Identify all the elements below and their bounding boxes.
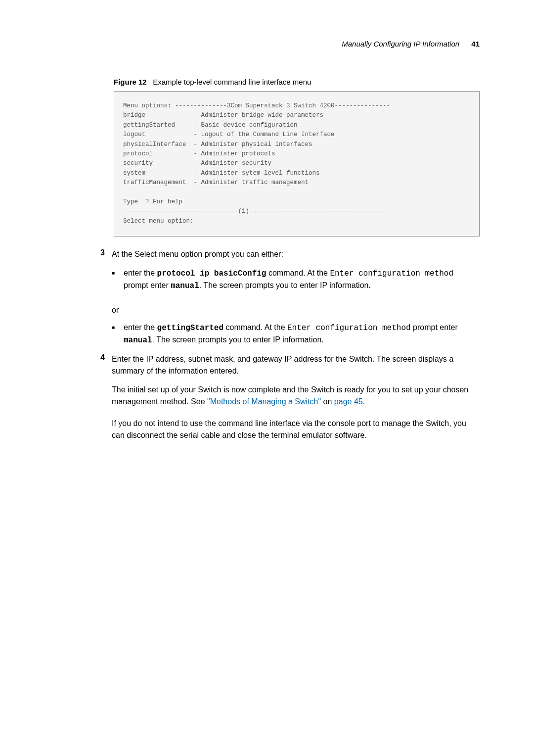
or-separator: or — [112, 306, 480, 315]
page-45-link[interactable]: page 45 — [334, 397, 363, 406]
text-fragment: prompt enter — [411, 323, 458, 331]
command-text: protocol ip basicConfig — [157, 269, 267, 278]
text-fragment: enter the — [124, 269, 157, 277]
page-header: Manually Configuring IP Information 41 — [89, 40, 480, 48]
header-title: Manually Configuring IP Information — [342, 40, 459, 48]
prompt-text: Enter configuration method — [330, 269, 453, 278]
closing-paragraph-2: If you do not intend to use the command … — [112, 418, 480, 441]
step-3-bullet-2: enter the gettingStarted command. At the… — [112, 322, 480, 346]
step-4: 4 Enter the IP address, subnet mask, and… — [89, 353, 480, 377]
figure-label: Figure 12 — [114, 78, 147, 86]
page-number: 41 — [471, 40, 480, 48]
text-fragment: . — [363, 397, 365, 406]
text-fragment: command. At the — [266, 269, 330, 277]
cli-example-code: Menu options: --------------3Com Superst… — [114, 91, 480, 236]
command-text: gettingStarted — [157, 324, 223, 332]
methods-link[interactable]: "Methods of Managing a Switch" — [207, 397, 321, 406]
figure-caption: Figure 12 Example top-level command line… — [114, 78, 480, 86]
command-text: manual — [171, 282, 199, 290]
text-fragment: command. At the — [223, 323, 287, 331]
text-fragment: on — [321, 397, 334, 406]
closing-paragraph-1: The initial set up of your Switch is now… — [112, 384, 480, 408]
text-fragment: . The screen prompts you to enter IP inf… — [152, 335, 324, 344]
step-4-number: 4 — [89, 353, 112, 377]
text-fragment: prompt enter — [124, 281, 171, 289]
step-4-text: Enter the IP address, subnet mask, and g… — [112, 353, 480, 377]
text-fragment: enter the — [124, 323, 157, 331]
step-3-bullet-1: enter the protocol ip basicConfig comman… — [112, 267, 480, 292]
figure-caption-text: Example top-level command line interface… — [153, 78, 311, 86]
step-3-intro: At the Select menu option prompt you can… — [112, 250, 283, 258]
step-3-number: 3 — [89, 248, 112, 299]
text-fragment: . The screen prompts you to enter IP inf… — [199, 281, 371, 289]
step-3: 3 At the Select menu option prompt you c… — [89, 248, 480, 299]
command-text: manual — [124, 336, 152, 345]
prompt-text: Enter configuration method — [287, 324, 411, 332]
